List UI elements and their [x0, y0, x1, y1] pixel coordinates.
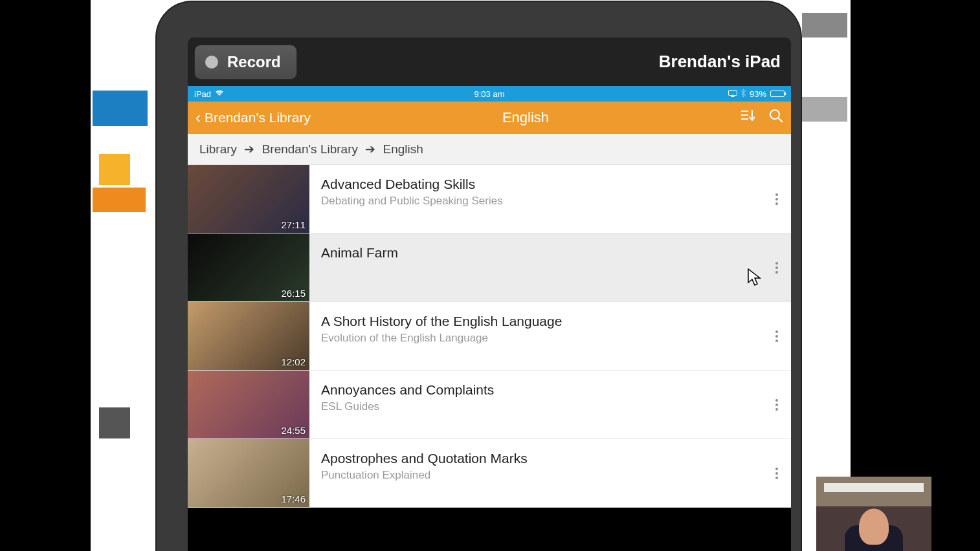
sort-button[interactable]: [741, 109, 755, 126]
breadcrumb-level2: English: [383, 142, 423, 156]
more-vert-icon: [775, 468, 778, 479]
video-title: Advanced Debating Skills: [321, 177, 755, 192]
breadcrumb-root[interactable]: Library: [199, 142, 237, 156]
record-button-label: Record: [227, 53, 281, 71]
more-button[interactable]: [763, 371, 791, 438]
status-time: 9:03 am: [391, 89, 588, 99]
svg-line-5: [778, 118, 783, 122]
webcam-pip: [816, 477, 931, 551]
ios-status-bar: iPad 9:03 am 93%: [188, 86, 791, 102]
more-button[interactable]: [763, 439, 791, 507]
airplay-icon: [728, 89, 737, 99]
ipad-screen: Record Brendan's iPad iPad 9:03 am 93%: [188, 38, 791, 551]
page-title: English: [311, 109, 741, 126]
video-subtitle: Evolution of the English Language: [321, 332, 755, 345]
video-subtitle: Punctuation Explained: [321, 469, 755, 482]
device-name-label: Brendan's iPad: [659, 52, 781, 72]
video-thumbnail: 26:15: [188, 233, 309, 301]
video-duration: 12:02: [281, 356, 306, 367]
back-button[interactable]: ‹ Brendan's Library: [195, 110, 311, 125]
video-row[interactable]: 26:15 Animal Farm: [188, 233, 791, 302]
record-dot-icon: [205, 56, 218, 69]
video-row[interactable]: 24:55 Annoyances and Complaints ESL Guid…: [188, 371, 791, 439]
more-vert-icon: [775, 330, 778, 342]
wifi-icon: [215, 89, 224, 98]
video-duration: 26:15: [281, 288, 306, 299]
video-duration: 27:11: [281, 219, 306, 230]
video-duration: 24:55: [281, 425, 306, 436]
letterbox-left: [0, 0, 91, 551]
video-thumbnail: 12:02: [188, 302, 309, 370]
video-subtitle: Debating and Public Speaking Series: [321, 195, 755, 208]
mirroring-overlay-bar: Record Brendan's iPad: [188, 38, 791, 86]
video-row[interactable]: 12:02 A Short History of the English Lan…: [188, 302, 791, 371]
video-title: A Short History of the English Language: [321, 314, 755, 329]
ipad-frame: Record Brendan's iPad iPad 9:03 am 93%: [157, 2, 801, 551]
video-row[interactable]: 27:11 Advanced Debating Skills Debating …: [188, 165, 791, 233]
svg-point-4: [770, 110, 779, 119]
search-button[interactable]: [769, 109, 783, 127]
more-vert-icon: [775, 262, 778, 274]
video-title: Animal Farm: [321, 245, 755, 261]
video-thumbnail: 24:55: [188, 371, 309, 438]
app-header: ‹ Brendan's Library English: [188, 102, 791, 134]
video-duration: 17:46: [281, 493, 306, 504]
battery-icon: [770, 91, 785, 97]
video-subtitle: ESL Guides: [321, 400, 755, 413]
more-button[interactable]: [763, 233, 791, 301]
more-button[interactable]: [763, 302, 791, 370]
battery-percent: 93%: [750, 89, 766, 99]
back-button-label: Brendan's Library: [205, 110, 311, 125]
breadcrumb-level1[interactable]: Brendan's Library: [262, 142, 358, 156]
video-title: Annoyances and Complaints: [321, 382, 755, 398]
status-device-label: iPad: [194, 89, 211, 99]
more-vert-icon: [775, 399, 778, 411]
more-button[interactable]: [763, 165, 791, 233]
breadcrumb: Library ➔ Brendan's Library ➔ English: [188, 134, 791, 165]
video-thumbnail: 17:46: [188, 439, 309, 507]
more-vert-icon: [775, 193, 778, 205]
arrow-right-icon: ➔: [244, 142, 254, 156]
chevron-left-icon: ‹: [195, 110, 201, 125]
record-button[interactable]: Record: [194, 45, 297, 80]
video-thumbnail: 27:11: [188, 165, 309, 233]
video-row[interactable]: 17:46 Apostrophes and Quotation Marks Pu…: [188, 439, 791, 508]
bluetooth-icon: [741, 89, 746, 99]
arrow-right-icon: ➔: [365, 142, 375, 156]
letterbox-right: [851, 0, 980, 551]
video-list: 27:11 Advanced Debating Skills Debating …: [188, 165, 791, 508]
video-title: Apostrophes and Quotation Marks: [321, 451, 755, 466]
